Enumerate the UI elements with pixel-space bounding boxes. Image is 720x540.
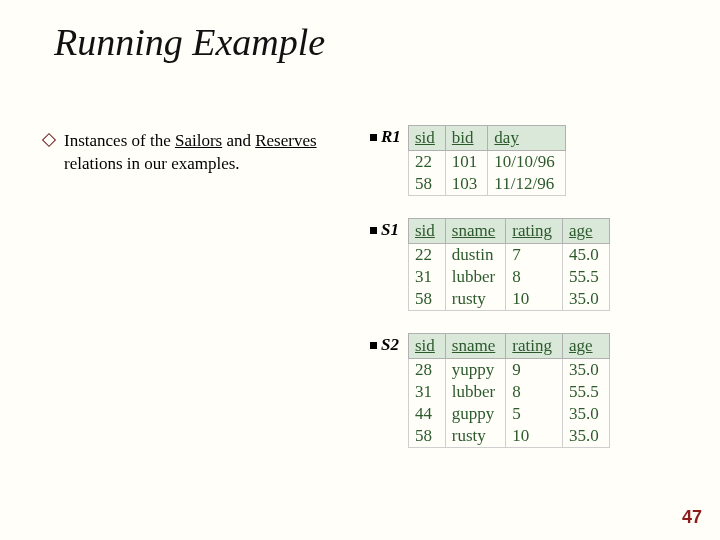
table-cell: 11/12/96 [488,173,565,196]
table-cell: yuppy [445,359,505,382]
table-cell: 31 [409,381,446,403]
slide: Running Example Instances of the Sailors… [0,0,720,540]
table-cell: 22 [409,244,446,267]
label-s2: S2 [381,335,399,355]
table-cell: 10 [506,425,563,448]
table-cell: 55.5 [562,266,609,288]
table-cell: 8 [506,266,563,288]
square-bullet-icon [370,342,377,349]
label-s1-wrap: S1 [370,218,408,240]
table-cell: 35.0 [562,425,609,448]
table-row: 31lubber855.5 [409,266,610,288]
table-row: 31lubber855.5 [409,381,610,403]
table-row: 5810311/12/96 [409,173,566,196]
table-cell: 10 [506,288,563,311]
table-row-s2: S2 sidsnameratingage28yuppy935.031lubber… [370,333,700,448]
col-header: rating [506,334,563,359]
relation-r1: sidbidday2210110/10/965810311/12/96 [408,125,566,196]
table-cell: 45.0 [562,244,609,267]
square-bullet-icon [370,227,377,234]
table-cell: 58 [409,288,446,311]
table-cell: 35.0 [562,403,609,425]
table-cell: 7 [506,244,563,267]
col-header: bid [445,126,488,151]
table-cell: 58 [409,425,446,448]
label-s1: S1 [381,220,399,240]
col-header: sid [409,126,446,151]
col-header: sid [409,219,446,244]
col-header: age [562,219,609,244]
square-bullet-icon [370,134,377,141]
col-header: age [562,334,609,359]
table-cell: 10/10/96 [488,151,565,174]
tables-area: R1 sidbidday2210110/10/965810311/12/96 S… [370,125,700,470]
table-cell: 44 [409,403,446,425]
body-text: Instances of the Sailors and Reserves re… [64,130,324,176]
diamond-bullet-icon [42,133,56,147]
table-cell: lubber [445,381,505,403]
table-cell: 58 [409,173,446,196]
relation-s1: sidsnameratingage22dustin745.031lubber85… [408,218,610,311]
table-cell: dustin [445,244,505,267]
table-cell: 35.0 [562,359,609,382]
slide-title: Running Example [54,20,325,64]
table-cell: 31 [409,266,446,288]
col-header: rating [506,219,563,244]
table-cell: 8 [506,381,563,403]
table-row-r1: R1 sidbidday2210110/10/965810311/12/96 [370,125,700,196]
body-mid: and [222,131,255,150]
col-header: sname [445,219,505,244]
table-row: 58rusty1035.0 [409,425,610,448]
relation-s2: sidsnameratingage28yuppy935.031lubber855… [408,333,610,448]
table-row-s1: S1 sidsnameratingage22dustin745.031lubbe… [370,218,700,311]
page-number: 47 [682,507,702,528]
col-header: sname [445,334,505,359]
label-r1-wrap: R1 [370,125,408,147]
label-s2-wrap: S2 [370,333,408,355]
table-cell: 55.5 [562,381,609,403]
table-row: 58rusty1035.0 [409,288,610,311]
table-row: 28yuppy935.0 [409,359,610,382]
label-r1: R1 [381,127,401,147]
table-cell: guppy [445,403,505,425]
table-cell: 22 [409,151,446,174]
col-header: sid [409,334,446,359]
table-cell: 9 [506,359,563,382]
body-suffix: relations in our examples. [64,154,240,173]
body-u1: Sailors [175,131,222,150]
table-cell: rusty [445,425,505,448]
table-cell: 28 [409,359,446,382]
table-row: 22dustin745.0 [409,244,610,267]
body-prefix: Instances of the [64,131,175,150]
table-cell: lubber [445,266,505,288]
body-u2: Reserves [255,131,316,150]
table-row: 2210110/10/96 [409,151,566,174]
table-cell: rusty [445,288,505,311]
table-cell: 103 [445,173,488,196]
col-header: day [488,126,565,151]
table-cell: 5 [506,403,563,425]
table-row: 44guppy535.0 [409,403,610,425]
table-cell: 101 [445,151,488,174]
table-cell: 35.0 [562,288,609,311]
